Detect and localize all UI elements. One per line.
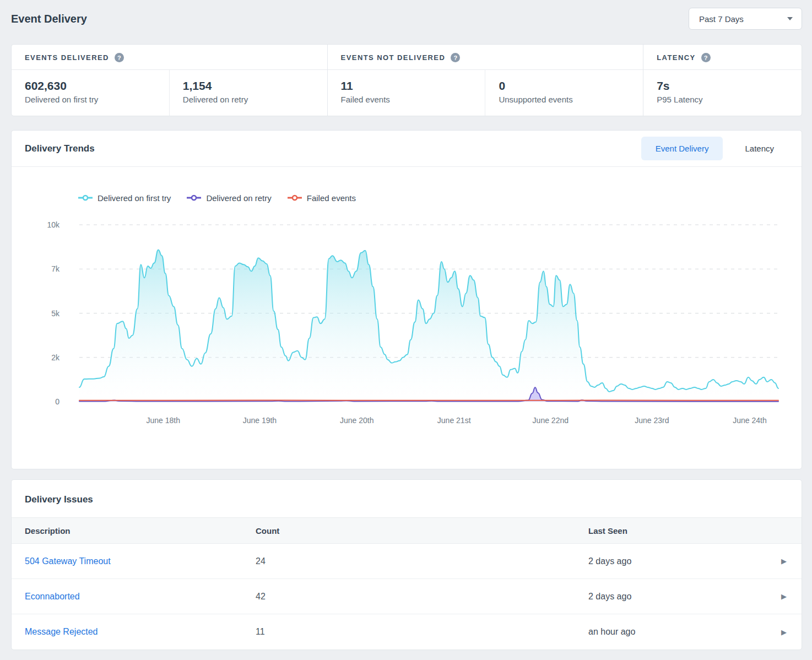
metric-delivered-first-try: 602,630 Delivered on first try [12,70,169,116]
page-title: Event Delivery [11,13,87,25]
column-header-description: Description [12,526,242,535]
stat-group-header: LATENCY ? [643,45,802,70]
metric-delivered-retry: 1,154 Delivered on retry [169,70,327,116]
time-range-dropdown[interactable]: Past 7 Days [689,8,802,30]
issues-title: Delivery Issues [12,480,802,517]
legend-marker-icon [287,194,302,201]
svg-text:June 18th: June 18th [147,416,181,425]
trends-card-header: Delivery Trends Event Delivery Latency [12,131,802,167]
issue-link[interactable]: Message Rejected [25,627,98,636]
metric-unsupported-events: 0 Unsupported events [485,70,643,116]
table-row: Message Rejected 11 an hour ago ▶ [12,614,802,650]
svg-text:June 19th: June 19th [243,416,277,425]
metric-label: Failed events [341,95,472,104]
column-header-last-seen: Last Seen [575,526,766,535]
time-range-value: Past 7 Days [699,14,744,24]
event-delivery-page: Event Delivery Past 7 Days EVENTS DELIVE… [0,0,812,657]
stat-group-title: EVENTS DELIVERED [25,53,109,62]
issue-count: 11 [242,627,575,637]
svg-text:June 20th: June 20th [340,416,374,425]
metric-p95-latency: 7s P95 Latency [643,70,802,116]
chevron-right-icon[interactable]: ▶ [766,628,802,636]
delivery-issues-card: Delivery Issues Description Count Last S… [11,479,802,650]
stat-group-body: 7s P95 Latency [643,70,802,116]
svg-text:June 22nd: June 22nd [533,416,569,425]
metric-label: P95 Latency [657,95,788,104]
metric-value: 602,630 [25,79,156,93]
metric-value: 11 [341,79,472,93]
chevron-right-icon[interactable]: ▶ [766,557,802,565]
trends-tabs: Event Delivery Latency [641,137,788,160]
delivery-trends-card: Delivery Trends Event Delivery Latency D… [11,130,802,469]
legend-item-retry[interactable]: Delivered on retry [186,193,271,203]
issue-count: 42 [242,592,575,602]
tab-event-delivery[interactable]: Event Delivery [641,137,723,160]
issue-link[interactable]: Econnaborted [25,592,80,601]
legend-item-failed[interactable]: Failed events [287,193,356,203]
svg-text:0: 0 [55,397,59,406]
metric-failed-events: 11 Failed events [328,70,485,116]
stat-group-body: 602,630 Delivered on first try 1,154 Del… [12,70,327,116]
metric-label: Delivered on first try [25,95,156,104]
legend-marker-icon [78,194,93,201]
issue-count: 24 [242,556,575,566]
legend-label: Delivered on retry [206,193,271,203]
legend-label: Delivered on first try [98,193,171,203]
help-icon[interactable]: ? [115,53,124,62]
svg-text:June 23rd: June 23rd [635,416,669,425]
issue-last-seen: 2 days ago [575,556,766,566]
svg-text:June 24th: June 24th [733,416,767,425]
stat-group-title: EVENTS NOT DELIVERED [341,53,446,62]
help-icon[interactable]: ? [701,53,711,62]
help-icon[interactable]: ? [451,53,460,62]
table-row: 504 Gateway Timeout 24 2 days ago ▶ [12,544,802,579]
svg-text:5k: 5k [51,309,60,318]
trends-chart: 02k5k7k10kJune 18thJune 19thJune 20thJun… [25,212,789,438]
issue-last-seen: 2 days ago [575,592,766,602]
column-header-count: Count [242,526,575,535]
stat-group-events-delivered: EVENTS DELIVERED ? 602,630 Delivered on … [12,45,328,116]
metric-value: 1,154 [183,79,314,93]
svg-text:2k: 2k [51,353,60,362]
chevron-down-icon [787,17,793,20]
metric-label: Unsupported events [499,95,630,104]
page-header: Event Delivery Past 7 Days [11,8,802,30]
chart-area: Delivered on first try Delivered on retr… [12,167,802,469]
stats-summary-card: EVENTS DELIVERED ? 602,630 Delivered on … [11,44,802,116]
legend-marker-icon [186,194,202,201]
svg-text:10k: 10k [47,220,60,229]
table-row: Econnaborted 42 2 days ago ▶ [12,579,802,614]
legend-item-first-try[interactable]: Delivered on first try [78,193,171,203]
stat-group-header: EVENTS NOT DELIVERED ? [328,45,643,70]
chevron-right-icon[interactable]: ▶ [766,592,802,601]
trends-title: Delivery Trends [25,143,95,154]
stat-group-title: LATENCY [657,53,695,62]
svg-text:7k: 7k [51,264,60,273]
metric-value: 7s [657,79,788,93]
stat-group-events-not-delivered: EVENTS NOT DELIVERED ? 11 Failed events … [328,45,644,116]
stat-group-header: EVENTS DELIVERED ? [12,45,327,70]
series-area-0 [79,250,778,402]
metric-value: 0 [499,79,630,93]
metric-label: Delivered on retry [183,95,314,104]
tab-latency[interactable]: Latency [730,137,788,160]
stat-group-latency: LATENCY ? 7s P95 Latency [643,45,802,116]
chart-legend: Delivered on first try Delivered on retr… [78,192,788,203]
issue-last-seen: an hour ago [575,627,766,637]
svg-text:June 21st: June 21st [437,416,471,425]
issues-table-header: Description Count Last Seen [12,517,802,544]
issue-link[interactable]: 504 Gateway Timeout [25,556,111,566]
stat-group-body: 11 Failed events 0 Unsupported events [328,70,643,116]
legend-label: Failed events [307,193,356,203]
